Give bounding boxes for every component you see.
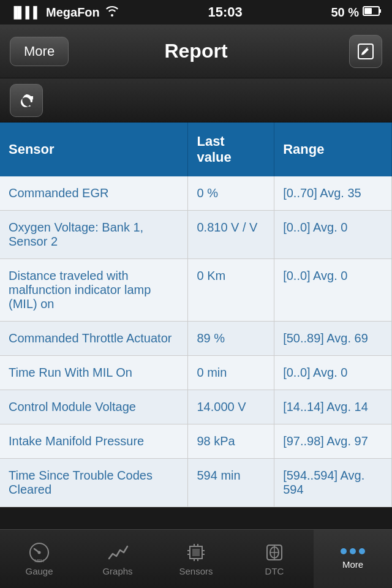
cell-value: 0 min <box>188 356 274 390</box>
cell-range: [0..0] Avg. 0 <box>274 211 392 259</box>
back-button[interactable]: More <box>10 37 69 66</box>
tab-gauge[interactable]: MPH Gauge <box>0 530 78 588</box>
svg-rect-16 <box>194 559 195 561</box>
cell-sensor: Commanded Throttle Actuator <box>0 322 188 356</box>
svg-text:MPH: MPH <box>34 559 44 563</box>
cell-value: 594 min <box>188 459 274 507</box>
cell-range: [0..0] Avg. 0 <box>274 259 392 322</box>
table-row: Time Since Trouble Codes Cleared 594 min… <box>0 459 392 507</box>
cell-range: [594..594] Avg. 594 <box>274 459 392 507</box>
content-area: Sensor Lastvalue Range Commanded EGR 0 %… <box>0 123 392 529</box>
battery-percent: 50 % <box>331 6 359 20</box>
sensor-table: Sensor Lastvalue Range Commanded EGR 0 %… <box>0 123 392 507</box>
cell-range: [50..89] Avg. 69 <box>274 322 392 356</box>
status-right: 50 % <box>331 6 382 20</box>
svg-rect-12 <box>187 554 190 555</box>
cell-sensor: Intake Manifold Pressure <box>0 424 188 459</box>
tab-sensors-label: Sensors <box>179 566 213 576</box>
header-sensor: Sensor <box>0 123 188 176</box>
svg-rect-2 <box>364 8 372 14</box>
table-row: Intake Manifold Pressure 98 kPa [97..98]… <box>0 424 392 459</box>
toolbar <box>0 78 392 123</box>
cell-range: [0..70] Avg. 35 <box>274 176 392 211</box>
edit-button[interactable] <box>349 35 382 68</box>
tab-more[interactable]: More <box>314 530 392 588</box>
tab-more-label: More <box>342 559 363 570</box>
tab-graphs-label: Graphs <box>102 566 132 576</box>
tab-graphs[interactable]: Graphs <box>78 530 157 588</box>
svg-point-6 <box>38 551 41 554</box>
svg-rect-15 <box>197 544 198 546</box>
table-row: Distance traveled with malfunction indic… <box>0 259 392 322</box>
tab-dtc[interactable]: DTC <box>235 530 314 588</box>
svg-rect-9 <box>192 549 200 556</box>
header-last-value: Lastvalue <box>188 123 274 176</box>
header-range: Range <box>274 123 392 176</box>
cell-value: 98 kPa <box>188 424 274 459</box>
cell-sensor: Time Run With MIL On <box>0 356 188 390</box>
svg-rect-11 <box>202 550 205 551</box>
more-dots-icon <box>341 548 365 554</box>
page-title: Report <box>164 40 227 62</box>
carrier-name: MegaFon <box>46 6 100 20</box>
tab-dtc-label: DTC <box>265 566 284 576</box>
nav-bar: More Report <box>0 24 392 78</box>
table-header-row: Sensor Lastvalue Range <box>0 123 392 176</box>
status-left: ▐▌▌▌ MegaFon <box>10 6 119 20</box>
cell-sensor: Oxygen Voltage: Bank 1, Sensor 2 <box>0 211 188 259</box>
tab-sensors[interactable]: Sensors <box>157 530 235 588</box>
refresh-button[interactable] <box>10 84 43 117</box>
tab-bar: MPH Gauge Graphs Sensors D <box>0 529 392 588</box>
signal-icon: ▐▌▌▌ <box>10 6 41 19</box>
cell-range: [0..0] Avg. 0 <box>274 356 392 390</box>
cell-value: 0.810 V / V <box>188 211 274 259</box>
cell-sensor: Commanded EGR <box>0 176 188 211</box>
table-row: Commanded EGR 0 % [0..70] Avg. 35 <box>0 176 392 211</box>
table-row: Oxygen Voltage: Bank 1, Sensor 2 0.810 V… <box>0 211 392 259</box>
cell-value: 14.000 V <box>188 390 274 424</box>
wifi-icon <box>105 6 119 20</box>
svg-rect-17 <box>197 559 198 561</box>
cell-sensor: Time Since Trouble Codes Cleared <box>0 459 188 507</box>
battery-icon <box>363 6 382 20</box>
table-row: Control Module Voltage 14.000 V [14..14]… <box>0 390 392 424</box>
svg-rect-1 <box>379 9 381 13</box>
status-bar: ▐▌▌▌ MegaFon 15:03 50 % <box>0 0 392 24</box>
table-row: Time Run With MIL On 0 min [0..0] Avg. 0 <box>0 356 392 390</box>
cell-value: 0 Km <box>188 259 274 322</box>
status-time: 15:03 <box>208 4 242 20</box>
cell-sensor: Distance traveled with malfunction indic… <box>0 259 188 322</box>
cell-range: [14..14] Avg. 14 <box>274 390 392 424</box>
cell-value: 89 % <box>188 322 274 356</box>
svg-rect-14 <box>194 544 195 546</box>
svg-rect-10 <box>187 550 190 551</box>
cell-value: 0 % <box>188 176 274 211</box>
cell-sensor: Control Module Voltage <box>0 390 188 424</box>
svg-rect-13 <box>202 554 205 555</box>
cell-range: [97..98] Avg. 97 <box>274 424 392 459</box>
table-row: Commanded Throttle Actuator 89 % [50..89… <box>0 322 392 356</box>
tab-gauge-label: Gauge <box>25 566 53 576</box>
